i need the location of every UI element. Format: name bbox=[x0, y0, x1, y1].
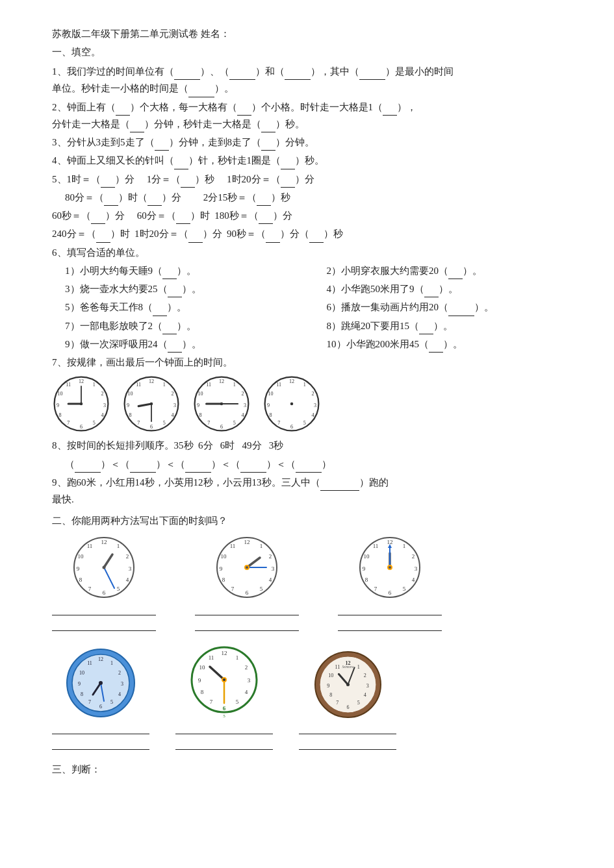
svg-text:1: 1 bbox=[163, 382, 166, 388]
svg-text:3: 3 bbox=[248, 677, 251, 684]
svg-text:9: 9 bbox=[78, 681, 81, 687]
title: 苏教版二年级下册第二单元测试卷 姓名： bbox=[52, 26, 575, 43]
svg-text:5: 5 bbox=[117, 586, 120, 592]
svg-text:4: 4 bbox=[241, 412, 244, 418]
question-4: 4、钟面上又细又长的针叫（）针，秒针走1圈是（）秒。 bbox=[52, 152, 575, 169]
svg-text:10: 10 bbox=[198, 391, 203, 397]
q6-item-3: 3）烧一壶水大约要25（）。 bbox=[65, 280, 314, 297]
svg-text:2: 2 bbox=[363, 673, 366, 678]
svg-text:2: 2 bbox=[245, 664, 248, 671]
svg-text:5: 5 bbox=[236, 699, 239, 705]
clock-c-block: 12 1 2 3 4 5 6 7 8 9 10 11 bbox=[338, 535, 442, 631]
svg-text:7: 7 bbox=[207, 421, 210, 427]
svg-text:12: 12 bbox=[345, 660, 350, 666]
svg-text:12: 12 bbox=[101, 539, 107, 545]
q6-item-1: 1）小明大约每天睡9（）。 bbox=[65, 262, 314, 279]
svg-text:10: 10 bbox=[221, 553, 227, 560]
svg-text:8: 8 bbox=[129, 412, 132, 418]
svg-text:6: 6 bbox=[99, 704, 102, 710]
question-7-clocks: 12 1 2 3 4 5 6 7 8 9 10 11 12 1 2 3 4 5 bbox=[52, 375, 575, 433]
svg-text:10: 10 bbox=[128, 391, 133, 397]
svg-text:6: 6 bbox=[246, 589, 249, 596]
svg-text:8: 8 bbox=[81, 691, 83, 697]
svg-text:4: 4 bbox=[171, 412, 173, 418]
svg-text:8: 8 bbox=[199, 412, 202, 418]
svg-text:12: 12 bbox=[98, 656, 103, 662]
svg-text:3: 3 bbox=[314, 403, 316, 408]
svg-text:6: 6 bbox=[103, 589, 106, 596]
svg-text:3: 3 bbox=[121, 681, 123, 687]
svg-point-112 bbox=[389, 566, 391, 569]
svg-point-61 bbox=[290, 403, 294, 406]
question-1: 1、我们学过的时间单位有（）、（）和（），其中（）是最小的时间 单位。秒针走一小… bbox=[52, 63, 575, 97]
svg-text:2: 2 bbox=[101, 391, 103, 397]
q6-item-5: 5）爸爸每天工作8（）。 bbox=[65, 299, 314, 316]
svg-text:2: 2 bbox=[241, 391, 244, 397]
svg-text:9: 9 bbox=[77, 565, 80, 572]
svg-text:4: 4 bbox=[245, 689, 248, 695]
question-2: 2、钟面上有（）个大格，每一大格有（）个小格。时针走一大格是1（）， 分针走一大… bbox=[52, 99, 575, 133]
svg-text:5: 5 bbox=[260, 586, 263, 592]
svg-text:5: 5 bbox=[233, 421, 236, 427]
svg-text:2: 2 bbox=[269, 553, 272, 560]
clock-a: 12 1 2 3 4 5 6 7 8 9 10 11 bbox=[71, 535, 136, 600]
svg-text:8: 8 bbox=[222, 577, 225, 583]
svg-text:8: 8 bbox=[270, 412, 272, 418]
svg-text:11: 11 bbox=[209, 654, 214, 661]
q6-item-9: 9）做一次深呼吸用24（）。 bbox=[65, 336, 314, 353]
svg-text:7: 7 bbox=[137, 421, 140, 427]
svg-text:12: 12 bbox=[149, 378, 154, 384]
q6-item-2: 2）小明穿衣服大约需要20（）。 bbox=[327, 262, 576, 279]
svg-point-94 bbox=[246, 566, 248, 569]
svg-text:6: 6 bbox=[220, 424, 223, 430]
svg-text:9: 9 bbox=[327, 682, 329, 688]
svg-text:6: 6 bbox=[290, 424, 293, 430]
svg-text:6: 6 bbox=[150, 424, 153, 430]
question-8-title: 8、按时间的长短排列顺序。35秒 6分 6时 49分 3秒 bbox=[52, 437, 575, 454]
svg-text:7: 7 bbox=[67, 421, 70, 427]
svg-text:8: 8 bbox=[201, 689, 204, 695]
question-6-title: 6、填写合适的单位。 bbox=[52, 244, 575, 261]
svg-text:1: 1 bbox=[357, 664, 359, 670]
section-one-title: 一、填空。 bbox=[52, 44, 575, 61]
section2-clocks-row1: 12 1 2 3 4 5 6 7 8 9 10 11 bbox=[52, 535, 575, 631]
svg-text:5: 5 bbox=[93, 421, 96, 427]
clock-c-answers bbox=[338, 605, 442, 631]
svg-text:4: 4 bbox=[126, 577, 129, 583]
section-three-title: 三、判断： bbox=[52, 762, 575, 778]
svg-text:12: 12 bbox=[79, 378, 84, 384]
clock-b-answers bbox=[195, 605, 299, 631]
page-wrapper: 苏教版二年级下册第二单元测试卷 姓名： 一、填空。 1、我们学过的时间单位有（）… bbox=[52, 26, 575, 778]
clock-b: 12 1 2 3 4 5 6 7 8 9 10 11 bbox=[214, 535, 279, 600]
svg-text:9: 9 bbox=[363, 565, 366, 572]
svg-text:9: 9 bbox=[197, 403, 199, 408]
svg-text:7: 7 bbox=[231, 586, 235, 592]
question-5-line1: 5、1时＝（）分 1分＝（）秒 1时20分＝（）分 bbox=[52, 171, 575, 188]
svg-text:6: 6 bbox=[80, 424, 83, 430]
svg-text:5: 5 bbox=[403, 586, 406, 592]
svg-point-31 bbox=[150, 403, 153, 406]
svg-text:2: 2 bbox=[126, 553, 129, 560]
svg-text:4: 4 bbox=[269, 577, 272, 583]
svg-text:12: 12 bbox=[244, 539, 250, 545]
clock-e-block: 12 1 2 3 4 5 6 7 8 9 10 11 5 bbox=[175, 644, 273, 750]
svg-text:4: 4 bbox=[363, 691, 366, 697]
svg-text:3: 3 bbox=[244, 403, 246, 408]
svg-text:3: 3 bbox=[272, 565, 275, 572]
svg-text:4: 4 bbox=[412, 577, 415, 583]
svg-text:5: 5 bbox=[303, 421, 306, 427]
svg-text:11: 11 bbox=[66, 382, 71, 388]
question-7-title: 7、按规律，画出最后一个钟面上的时间。 bbox=[52, 354, 575, 371]
section-two-title: 二、你能用两种方法写出下面的时刻吗？ bbox=[52, 513, 575, 530]
q6-item-10: 10）小华跑200米用45（）。 bbox=[327, 336, 576, 353]
svg-text:11: 11 bbox=[335, 664, 340, 670]
svg-text:1: 1 bbox=[303, 382, 306, 388]
svg-text:5: 5 bbox=[223, 713, 225, 719]
svg-text:1: 1 bbox=[93, 382, 96, 388]
svg-text:3: 3 bbox=[103, 403, 106, 408]
svg-text:7: 7 bbox=[277, 421, 280, 427]
svg-text:10: 10 bbox=[58, 391, 63, 397]
svg-point-77 bbox=[103, 565, 106, 569]
clock-f-answers bbox=[299, 724, 396, 750]
svg-text:2: 2 bbox=[412, 553, 415, 560]
